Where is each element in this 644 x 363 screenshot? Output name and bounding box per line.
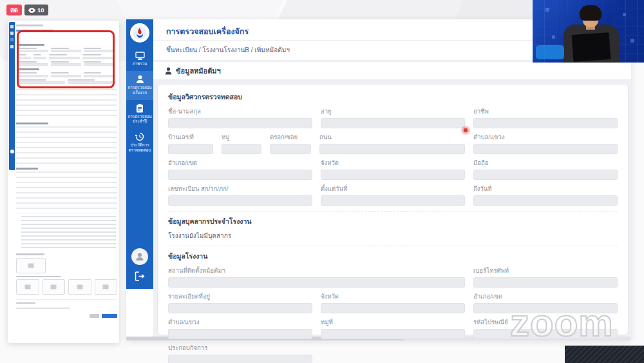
clipboard-icon [136,104,144,113]
field-address-detail: รายละเอียดที่อยู่ [168,291,312,313]
field-alley: ตรอก/ซอย [270,132,311,154]
install-location-input[interactable] [168,277,465,288]
address-detail-input[interactable] [168,303,312,313]
avatar-person-icon [135,251,145,262]
preview-mini-avatar [10,150,14,153]
diw-logo [130,23,149,43]
field-moo: หมู่ [222,132,261,154]
preview-skeleton-section [16,89,117,120]
pointer-highlight [461,126,470,135]
presenter-hair [580,5,601,21]
road-input[interactable] [319,144,465,154]
dashed-divider [168,246,618,246]
field-license-no: เลขทะเบียน สก/วก/ภก/ [168,184,312,206]
preview-upload-section [16,253,117,295]
preview-footer [16,299,117,319]
viewer-count-badge: 10 [24,5,48,15]
business-input[interactable] [168,355,312,363]
age-input[interactable] [321,118,465,128]
name-input[interactable] [168,118,312,128]
live-badge-label: สด [10,5,18,15]
to-date-input[interactable] [473,195,618,206]
field-phone: เบอร์โทรศัพท์ [473,266,618,288]
sidebar-item-annual-inspection[interactable]: การตรวจสอบประจำปี [126,100,153,129]
field-factory-province: จังหวัด [321,291,465,313]
field-mobile: มือถือ [473,158,618,180]
alley-input[interactable] [270,144,311,154]
sidebar-item-label: ภาพรวม [133,61,147,66]
sidebar-item-label: การตรวจสอบครั้งแรก [128,85,152,95]
presenter-laptop [572,32,611,62]
province-input[interactable] [321,170,465,180]
house-no-input[interactable] [168,144,213,154]
form-card: ข้อมูลวิศวกรตรวจทดสอบ ชื่อ-นามสกุล อายุ … [157,84,629,335]
field-occupation: อาชีพ [473,106,618,128]
field-road: ถนน [319,132,465,154]
page-preview-panel [8,21,119,343]
factory-moo-input[interactable] [321,329,465,339]
live-badge: สด [6,5,22,15]
field-factory-subdistrict: ตำบล/แขวง [168,317,312,339]
preview-mini-sidebar [9,22,15,170]
user-avatar[interactable] [131,248,148,265]
personnel-empty-text: โรงงานยังไม่มีบุคลากร [168,231,618,240]
sidebar-item-overview[interactable]: ภาพรวม [126,48,153,71]
field-business: ประกอบกิจการ [168,343,312,363]
engineer-section-title: ข้อมูลวิศวกรตรวจทดสอบ [168,92,618,103]
field-to-date: ถึงวันที่ [473,184,618,206]
field-name: ชื่อ-นามสกุล [168,106,312,128]
field-from-date: ตั้งแต่วันที่ [321,184,465,206]
personnel-section-title: ข้อมูลบุคลากรประจำโรงงาน [168,216,618,227]
viewer-count: 10 [37,6,44,14]
diw-logo-icon [133,26,147,40]
engineer-icon [136,75,144,84]
field-factory-moo: หมู่ที่ [321,317,465,339]
sidebar-item-label: การตรวจสอบประจำปี [128,114,152,124]
from-date-input[interactable] [321,195,465,206]
zoom-watermark: zoom [510,300,614,345]
sidebar-item-first-inspection[interactable]: การตรวจสอบครั้งแรก [126,71,153,100]
preview-submit-button [102,314,117,318]
moo-input[interactable] [222,144,261,154]
monitor-icon [135,52,145,60]
webcam-video [533,0,644,63]
factory-subdistrict-input[interactable] [168,329,312,339]
sidebar-nav: ภาพรวม การตรวจสอบครั้งแรก การตรวจสอบประจ… [126,48,153,157]
license-no-input[interactable] [168,195,312,206]
history-icon [135,132,144,141]
eye-icon [28,8,35,13]
dashed-divider [168,211,618,211]
factory-section-title: ข้อมูลโรงงาน [168,251,618,262]
section-bar: ข้อมูลหม้อต้มฯ [153,62,631,79]
subdistrict-input[interactable] [473,144,618,154]
sidebar-item-label: ประวัติการตรวจทดสอบ [128,142,152,153]
boiler-info-icon [165,67,172,75]
phone-input[interactable] [473,277,618,288]
field-district: อำเภอ/เขต [168,158,312,180]
preview-cancel-button [90,314,99,318]
sidebar-item-inspection-history[interactable]: ประวัติการตรวจทดสอบ [126,128,153,157]
occupation-input[interactable] [473,118,618,128]
section-bar-title: ข้อมูลหม้อต้มฯ [176,65,221,77]
field-age: อายุ [321,106,465,128]
field-province: จังหวัด [321,158,465,180]
app-sidebar: ภาพรวม การตรวจสอบครั้งแรก การตรวจสอบประจ… [126,19,153,289]
participant-name-label [536,45,564,59]
field-install-location: สถานที่ติดตั้งหม้อต้มฯ [168,266,465,288]
factory-province-input[interactable] [321,303,465,313]
app-window: ภาพรวม การตรวจสอบครั้งแรก การตรวจสอบประจ… [126,19,631,340]
field-subdistrict: ตำบล/แขวง [473,132,618,154]
bottom-corner-box [565,346,644,363]
logout-icon[interactable] [135,271,146,281]
district-input[interactable] [168,170,312,180]
preview-highlight-box [17,30,115,88]
preview-table-skeleton [16,213,117,250]
mobile-input[interactable] [473,170,618,180]
field-house-no: บ้านเลขที่ [168,132,213,154]
